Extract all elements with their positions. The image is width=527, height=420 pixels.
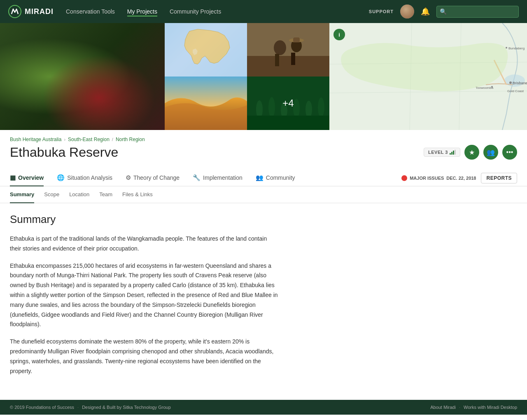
footer-about-miradi[interactable]: About Miradi bbox=[430, 405, 456, 410]
overview-icon: ▦ bbox=[10, 174, 16, 181]
nav-community-projects[interactable]: Community Projects bbox=[170, 7, 221, 16]
more-options-button[interactable]: ••• bbox=[502, 145, 517, 160]
footer-miradi-desktop[interactable]: Works with Miradi Desktop bbox=[464, 405, 517, 410]
sub-tab-team[interactable]: Team bbox=[99, 186, 112, 203]
level-bar-1 bbox=[450, 153, 451, 155]
footer-right: About Miradi · Works with Miradi Desktop bbox=[430, 405, 517, 410]
breadcrumb-north-region[interactable]: North Region bbox=[116, 137, 145, 142]
implementation-icon: 🔧 bbox=[193, 174, 201, 181]
svg-text:Bundaberg: Bundaberg bbox=[508, 46, 525, 50]
tab-bar-right: MAJOR ISSUES DEC. 22, 2018 REPORTS bbox=[401, 173, 517, 183]
svg-rect-9 bbox=[293, 37, 300, 42]
team-button[interactable]: 👥 bbox=[483, 145, 498, 160]
hero-map: Bundaberg Brisbane Gold Coast Toowoomba … bbox=[329, 23, 527, 130]
level-bars bbox=[450, 150, 456, 155]
search-input[interactable] bbox=[436, 6, 519, 18]
svg-text:Brisbane: Brisbane bbox=[513, 81, 527, 85]
hero-grid-image-2 bbox=[247, 23, 329, 77]
main-tab-bar: ▦ Overview 🌐 Situation Analysis ⚙ Theory… bbox=[0, 170, 527, 186]
hero-grid-image-3 bbox=[165, 77, 247, 130]
title-section: Bush Heritage Australia › South-East Reg… bbox=[10, 137, 145, 163]
level-bar-3 bbox=[453, 151, 454, 155]
level-badge: LEVEL 3 bbox=[424, 148, 460, 157]
summary-content: Summary Ethabuka is part of the traditio… bbox=[0, 203, 288, 400]
page-header-actions: LEVEL 3 ★ 👥 ••• bbox=[424, 137, 517, 160]
level-bar-4 bbox=[455, 150, 456, 155]
page-header: Bush Heritage Australia › South-East Reg… bbox=[0, 130, 527, 163]
summary-heading: Summary bbox=[10, 213, 278, 226]
hero-grid-image-1 bbox=[165, 23, 247, 77]
project-title: Ethabuka Reserve bbox=[10, 145, 145, 160]
tab-implementation[interactable]: 🔧 Implementation bbox=[193, 170, 243, 186]
logo-text: MIRADI bbox=[25, 7, 54, 16]
tab-situation-analysis[interactable]: 🌐 Situation Analysis bbox=[57, 170, 112, 186]
summary-para-2: Ethabuka encompasses 215,000 hectares of… bbox=[10, 261, 278, 330]
svg-point-25 bbox=[506, 47, 507, 49]
breadcrumb: Bush Heritage Australia › South-East Reg… bbox=[10, 137, 145, 142]
support-link[interactable]: SUPPORT bbox=[369, 9, 394, 14]
summary-para-1: Ethabuka is part of the traditional land… bbox=[10, 234, 278, 254]
svg-text:Gold Coast: Gold Coast bbox=[507, 89, 524, 93]
hero-grid: +4 bbox=[165, 23, 329, 130]
hero-more-overlay: +4 bbox=[247, 77, 329, 130]
footer: © 2019 Foundations of Success · Designed… bbox=[0, 400, 527, 415]
hero-main-image bbox=[0, 23, 165, 130]
tab-community[interactable]: 👥 Community bbox=[256, 170, 295, 186]
favorite-button[interactable]: ★ bbox=[464, 145, 479, 160]
svg-rect-6 bbox=[275, 54, 279, 66]
sub-tab-bar: Summary Scope Location Team Files & Link… bbox=[0, 186, 527, 203]
hero-section: +4 Bundaberg Brisbane Go bbox=[0, 23, 527, 130]
breadcrumb-bush-heritage[interactable]: Bush Heritage Australia bbox=[10, 137, 61, 142]
map-svg: Bundaberg Brisbane Gold Coast Toowoomba bbox=[329, 23, 527, 130]
hero-grid-image-4: +4 bbox=[247, 77, 329, 130]
sub-tab-scope[interactable]: Scope bbox=[44, 186, 59, 203]
search-wrapper: 🔍 bbox=[436, 6, 519, 18]
notifications-bell-icon[interactable]: 🔔 bbox=[421, 7, 430, 16]
map-marker-icon: i bbox=[333, 29, 345, 40]
sub-tab-location[interactable]: Location bbox=[69, 186, 89, 203]
reports-button[interactable]: REPORTS bbox=[481, 173, 517, 183]
svg-point-27 bbox=[509, 81, 512, 84]
major-issues-badge: MAJOR ISSUES DEC. 22, 2018 bbox=[401, 175, 476, 181]
sub-tab-summary[interactable]: Summary bbox=[10, 186, 34, 203]
level-bar-2 bbox=[451, 152, 452, 155]
footer-left: © 2019 Foundations of Success · Designed… bbox=[10, 405, 171, 410]
svg-point-4 bbox=[274, 40, 286, 55]
breadcrumb-sep-1: › bbox=[64, 137, 65, 142]
breadcrumb-south-east[interactable]: South-East Region bbox=[68, 137, 110, 142]
situation-analysis-icon: 🌐 bbox=[57, 174, 65, 181]
svg-rect-3 bbox=[247, 56, 329, 77]
user-avatar[interactable] bbox=[400, 5, 414, 19]
tab-theory-of-change[interactable]: ⚙ Theory of Change bbox=[126, 170, 180, 186]
theory-of-change-icon: ⚙ bbox=[126, 174, 131, 181]
miradi-logo-icon bbox=[8, 5, 21, 18]
summary-para-3: The dunefield ecosystems dominate the we… bbox=[10, 337, 278, 376]
nav-conservation-tools[interactable]: Conservation Tools bbox=[66, 7, 115, 16]
svg-rect-7 bbox=[291, 53, 295, 65]
breadcrumb-sep-2: / bbox=[112, 137, 113, 142]
tab-overview[interactable]: ▦ Overview bbox=[10, 170, 44, 186]
footer-copyright: © 2019 Foundations of Success bbox=[10, 405, 74, 410]
major-issues-dot bbox=[401, 175, 407, 181]
footer-built-by: Designed & Built by Sitka Technology Gro… bbox=[82, 405, 171, 410]
nav-my-projects[interactable]: My Projects bbox=[127, 7, 157, 16]
navbar: MIRADI Conservation Tools My Projects Co… bbox=[0, 0, 527, 23]
nav-links: Conservation Tools My Projects Community… bbox=[66, 7, 369, 16]
logo[interactable]: MIRADI bbox=[8, 5, 54, 18]
sub-tab-files-links[interactable]: Files & Links bbox=[122, 186, 153, 203]
navbar-right: SUPPORT 🔔 🔍 bbox=[369, 5, 519, 19]
community-icon: 👥 bbox=[256, 174, 264, 181]
